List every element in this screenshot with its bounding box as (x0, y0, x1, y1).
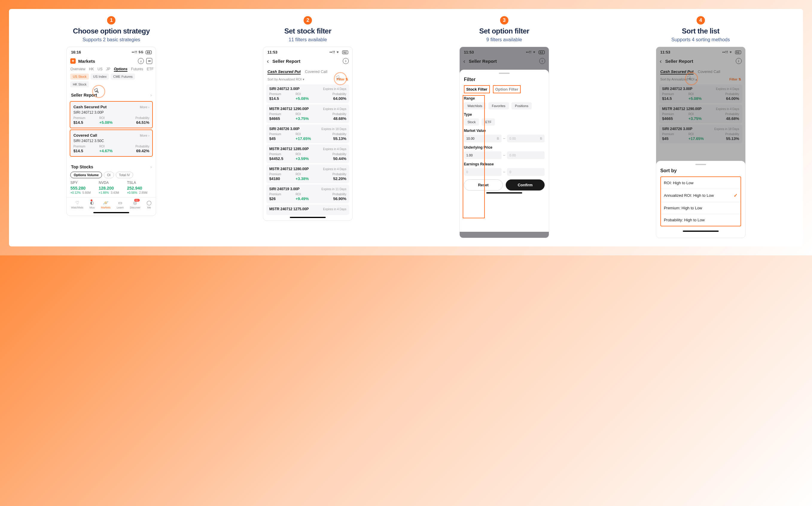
sort-roi[interactable]: ROI: High to Low (661, 177, 740, 189)
nav-discover[interactable]: ◎99+Discover (130, 200, 140, 209)
prob-label: Probability (125, 116, 150, 119)
market-tabs[interactable]: Overview HK US JP Options Futures ETF (67, 67, 156, 74)
list-item[interactable]: SIRI 240719 3.00PExpires in 11 DaysPremi… (266, 184, 349, 203)
list-item[interactable]: SIRI 240712 3.00PExpires in 4 DaysPremiu… (266, 84, 349, 103)
list-item[interactable]: MSTR 240712 1290.00PExpires in 4 DaysPre… (266, 104, 349, 123)
card-title: Cash Secured Put (73, 105, 106, 109)
prob-value: 52.20% (322, 176, 346, 181)
sort-premium[interactable]: Premium: High to Low (661, 202, 740, 214)
filter-market-value: Market Value 10.00B – 0.00B (464, 129, 545, 142)
step-4-title: Sort the list (682, 27, 720, 35)
sort-probability[interactable]: Probability: High to Low (661, 214, 740, 226)
filter-button[interactable]: Filter ⇅ (336, 77, 348, 81)
reset-button[interactable]: Reset (464, 179, 503, 190)
filter-tabs: Stock Filter Option Filter (464, 85, 545, 93)
pill-oi[interactable]: OI (104, 172, 114, 178)
tab-futures[interactable]: Futures (131, 67, 143, 71)
roi-label: ROI (99, 116, 124, 119)
chip-hk-stock[interactable]: HK Stock (70, 81, 89, 87)
tab-jp[interactable]: JP (106, 67, 110, 71)
tab-us[interactable]: US (97, 67, 102, 71)
stock-spy[interactable]: SPY555.280+0.12%5.66M (70, 181, 96, 194)
item-expiry: Expires in 4 Days (323, 107, 346, 111)
info-icon[interactable]: i (539, 58, 545, 64)
top-stocks-header[interactable]: Top Stocks › (67, 162, 156, 172)
chip-stock[interactable]: Stock (464, 118, 479, 125)
mv-to-input[interactable]: 0.00B (507, 135, 545, 142)
sort-button[interactable]: Sort by Annualized ROI ▾ (267, 77, 304, 81)
nav-moo[interactable]: ◐Moo (89, 200, 95, 209)
phone-4: 11:53••!! ᯤ 52 ‹ Seller Report i Cash Se… (656, 47, 746, 238)
seller-report-header[interactable]: Seller Report › ☟ (67, 90, 156, 100)
chip-etf[interactable]: ETF (482, 118, 495, 125)
chip-us-index[interactable]: US Index (91, 74, 109, 80)
item-expiry: Expires in 4 Days (323, 87, 346, 91)
nav-watchlists[interactable]: ♡Watchlists (71, 200, 83, 209)
list-item[interactable]: SIRI 240726 3.00PExpires in 18 DaysPremi… (266, 124, 349, 143)
card-symbol: SIRI 240712 3.50C (73, 139, 149, 143)
roi-value: +3.75% (296, 116, 320, 121)
filter-underlying-price: Underlying Price 1.00 – 0.00 (464, 145, 545, 159)
mv-from-input[interactable]: 10.00B (464, 135, 501, 142)
chip-us-stock[interactable]: US Stock (70, 74, 89, 80)
sort-annualized-roi[interactable]: Annualized ROI: High to Low✓ (661, 189, 740, 202)
search-icon[interactable]: ⌕ (138, 58, 144, 64)
list-item[interactable]: MSTR 240712 1280.00PExpires in 4 DaysPre… (266, 164, 349, 183)
top-stocks-list: SPY555.280+0.12%5.66M NVDA128.200+1.88%3… (67, 181, 156, 197)
item-title: MSTR 240712 1290.00P (269, 107, 309, 111)
pill-total-iv[interactable]: Total IV (116, 172, 134, 178)
up-from-input[interactable]: 1.00 (464, 151, 501, 159)
tab-stock-filter[interactable]: Stock Filter (464, 85, 490, 93)
prob-value: 69.42% (125, 149, 150, 153)
signal-icons: ••!! ᯤ 52 (526, 50, 545, 54)
filter-type: Type Stock ETF (464, 112, 545, 125)
confirm-button[interactable]: Confirm (506, 179, 545, 190)
tab-cc[interactable]: Covered Call (305, 69, 327, 74)
strategy-tabs: Cash Secured Put Covered Call (263, 67, 352, 76)
signal-icons: ••!! ᯤ 52 (330, 50, 348, 54)
stock-tsla[interactable]: TSLA252.940+0.56%2.89M (127, 181, 153, 194)
er-to-input[interactable]: 0 (507, 168, 545, 176)
stock-nvda[interactable]: NVDA128.200+1.88%3.43M (99, 181, 124, 194)
prob-value: 64.51% (125, 120, 150, 125)
item-expiry: Expires in 4 Days (323, 167, 346, 171)
tab-overview[interactable]: Overview (70, 67, 85, 71)
up-to-input[interactable]: 0.00 (507, 151, 545, 159)
chip-cme[interactable]: CME Futures (111, 74, 135, 80)
pill-options-volume[interactable]: Options Volume (70, 172, 102, 178)
card-symbol: SIRI 240712 3.00P (73, 110, 149, 114)
chip-positions[interactable]: Positions (511, 102, 532, 109)
tab-etf[interactable]: ETF (147, 67, 154, 71)
back-icon[interactable]: ‹ (267, 58, 269, 64)
list-item[interactable]: MSTR 240712 1275.00PExpires in 4 Days (266, 204, 349, 215)
nav-markets[interactable]: 🪐Markets (101, 200, 111, 209)
nav-me[interactable]: ◯Me (147, 200, 152, 209)
tab-csp[interactable]: Cash Secured Put (267, 69, 301, 74)
chip-favorites[interactable]: Favorites (488, 102, 509, 109)
home-indicator (93, 212, 129, 213)
back-icon[interactable]: ‹ (463, 58, 465, 64)
list-item[interactable]: MSTR 240712 1285.00PExpires in 4 DaysPre… (266, 145, 349, 163)
tab-options[interactable]: Options (114, 67, 128, 71)
tab-option-filter[interactable]: Option Filter (493, 85, 521, 93)
chip-watchlists[interactable]: Watchlists (464, 102, 486, 109)
premium-value: $4452.5 (269, 156, 294, 161)
more-link[interactable]: More › (140, 105, 150, 109)
statusbar: 16:16 ••!! 5G 95 (67, 47, 156, 56)
mail-icon[interactable]: ✉ (146, 58, 152, 64)
sheet-handle[interactable] (696, 164, 706, 165)
filter-label: Type (464, 112, 545, 117)
info-icon[interactable]: i (343, 58, 349, 64)
sheet-handle[interactable] (499, 73, 510, 74)
item-title: MSTR 240712 1275.00P (269, 207, 309, 211)
tab-hk[interactable]: HK (89, 67, 94, 71)
nav-learn[interactable]: ▭Learn (116, 200, 124, 209)
more-link[interactable]: More › (140, 134, 150, 137)
prob-value: 50.44% (322, 156, 346, 161)
roi-value: +9.49% (296, 196, 320, 201)
er-from-input[interactable]: 0 (464, 168, 501, 176)
badge-99-icon: 99+ (134, 199, 140, 201)
card-covered-call[interactable]: Covered CallMore › SIRI 240712 3.50C Pre… (70, 130, 153, 157)
header-title: Seller Report (272, 59, 340, 64)
card-cash-secured-put[interactable]: Cash Secured PutMore › SIRI 240712 3.00P… (70, 101, 153, 128)
